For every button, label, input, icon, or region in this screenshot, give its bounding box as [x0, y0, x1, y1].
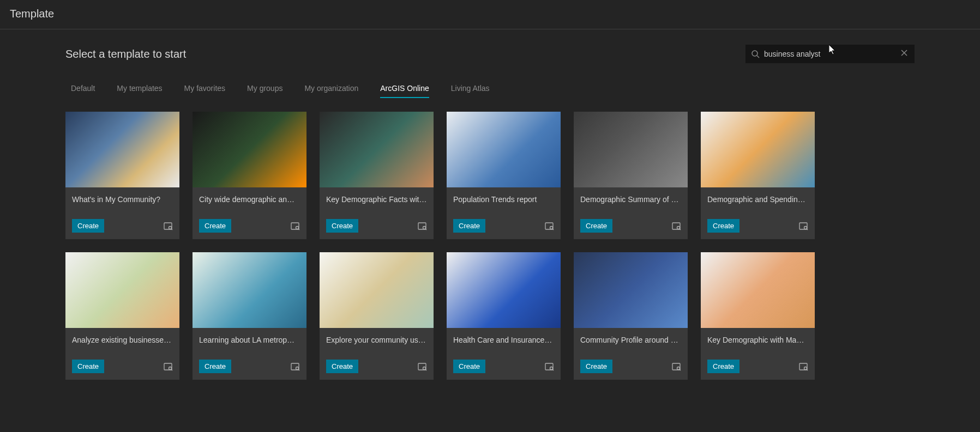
preview-button[interactable]	[163, 362, 173, 372]
preview-button[interactable]	[798, 362, 808, 372]
preview-icon	[671, 221, 681, 231]
template-title: Learning about LA metrop…	[199, 336, 300, 344]
create-button[interactable]: Create	[326, 360, 358, 373]
svg-point-20	[804, 226, 807, 229]
preview-button[interactable]	[798, 221, 808, 231]
template-thumbnail[interactable]	[65, 252, 179, 328]
svg-line-1	[757, 56, 759, 58]
card-body: Key Demographic with Ma… Create	[701, 328, 815, 380]
template-card: Community Profile around … Create	[574, 252, 688, 380]
template-title: Health Care and Insurance …	[453, 336, 554, 344]
preview-icon	[163, 221, 173, 231]
create-button[interactable]: Create	[72, 360, 104, 373]
svg-line-27	[298, 369, 299, 370]
template-card: Demographic and Spendin… Create	[701, 112, 815, 239]
template-thumbnail[interactable]	[701, 112, 815, 187]
template-thumbnail[interactable]	[447, 112, 561, 187]
template-thumbnail[interactable]	[65, 112, 179, 187]
tab-my-organization[interactable]: My organization	[304, 80, 358, 98]
template-card: Learning about LA metrop… Create	[193, 252, 306, 380]
template-title: Community Profile around …	[580, 336, 681, 344]
create-button[interactable]: Create	[453, 219, 485, 233]
svg-point-38	[804, 367, 807, 369]
svg-point-35	[677, 367, 680, 369]
page-header: Template	[0, 0, 980, 29]
template-card: Analyze existing businesse… Create	[65, 252, 179, 380]
tab-default[interactable]: Default	[71, 80, 95, 98]
create-button[interactable]: Create	[580, 219, 612, 233]
preview-button[interactable]	[671, 362, 681, 372]
preview-button[interactable]	[671, 221, 681, 231]
card-actions: Create	[707, 219, 808, 233]
preview-icon	[417, 221, 427, 231]
create-button[interactable]: Create	[453, 360, 485, 373]
template-thumbnail[interactable]	[574, 112, 688, 187]
card-actions: Create	[707, 360, 808, 373]
template-card: Demographic Summary of … Create	[574, 112, 688, 239]
svg-line-21	[807, 229, 808, 230]
svg-point-8	[296, 226, 299, 229]
template-title: Demographic and Spendin…	[707, 195, 808, 204]
template-title: Key Demographic Facts wit…	[326, 195, 427, 204]
clear-search-button[interactable]	[899, 49, 909, 59]
tab-living-atlas[interactable]: Living Atlas	[451, 80, 490, 98]
svg-line-15	[552, 229, 554, 230]
template-thumbnail[interactable]	[193, 252, 306, 328]
svg-line-24	[171, 369, 172, 370]
tab-my-favorites[interactable]: My favorites	[184, 80, 225, 98]
svg-point-26	[296, 367, 299, 369]
preview-button[interactable]	[544, 221, 554, 231]
search-input[interactable]	[760, 50, 899, 58]
template-card: Population Trends report Create	[447, 112, 561, 239]
card-actions: Create	[326, 360, 427, 373]
svg-point-0	[752, 51, 757, 56]
create-button[interactable]: Create	[580, 360, 612, 373]
svg-line-39	[807, 369, 808, 370]
template-card: Explore your community us… Create	[320, 252, 434, 380]
tab-my-templates[interactable]: My templates	[117, 80, 162, 98]
preview-button[interactable]	[417, 221, 427, 231]
create-button[interactable]: Create	[199, 360, 231, 373]
preview-button[interactable]	[290, 221, 300, 231]
template-thumbnail[interactable]	[447, 252, 561, 328]
card-body: City wide demographic an… Create	[193, 187, 306, 239]
create-button[interactable]: Create	[707, 219, 739, 233]
content-area: Select a template to start Default My te…	[0, 29, 980, 380]
template-card: City wide demographic an… Create	[193, 112, 306, 239]
card-body: Explore your community us… Create	[320, 328, 434, 380]
preview-button[interactable]	[417, 362, 427, 372]
card-actions: Create	[326, 219, 427, 233]
template-thumbnail[interactable]	[701, 252, 815, 328]
template-thumbnail[interactable]	[574, 252, 688, 328]
svg-point-32	[550, 367, 553, 369]
preview-button[interactable]	[290, 362, 300, 372]
tab-arcgis-online[interactable]: ArcGIS Online	[380, 80, 429, 98]
template-card: Health Care and Insurance … Create	[447, 252, 561, 380]
preview-button[interactable]	[544, 362, 554, 372]
card-body: Community Profile around … Create	[574, 328, 688, 380]
card-actions: Create	[199, 360, 300, 373]
template-thumbnail[interactable]	[320, 252, 434, 328]
svg-point-5	[169, 226, 172, 229]
card-actions: Create	[199, 219, 300, 233]
create-button[interactable]: Create	[326, 219, 358, 233]
create-button[interactable]: Create	[199, 219, 231, 233]
card-actions: Create	[72, 360, 173, 373]
search-box[interactable]	[745, 45, 915, 63]
card-body: Population Trends report Create	[447, 187, 561, 239]
template-card: Key Demographic Facts wit… Create	[320, 112, 434, 239]
template-title: Demographic Summary of …	[580, 195, 681, 204]
create-button[interactable]: Create	[72, 219, 104, 233]
svg-line-18	[680, 229, 681, 230]
tab-my-groups[interactable]: My groups	[247, 80, 282, 98]
template-thumbnail[interactable]	[193, 112, 306, 187]
preview-icon	[798, 221, 808, 231]
preview-icon	[798, 362, 808, 372]
card-body: Analyze existing businesse… Create	[65, 328, 179, 380]
card-actions: Create	[453, 360, 554, 373]
template-title: Key Demographic with Ma…	[707, 336, 808, 344]
preview-button[interactable]	[163, 221, 173, 231]
create-button[interactable]: Create	[707, 360, 739, 373]
template-card: What's in My Community? Create	[65, 112, 179, 239]
template-thumbnail[interactable]	[320, 112, 434, 187]
